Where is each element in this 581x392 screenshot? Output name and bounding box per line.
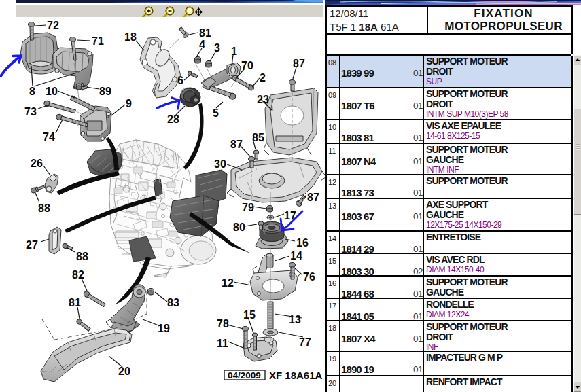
svg-text:2: 2 <box>260 72 266 84</box>
svg-text:85: 85 <box>252 132 264 143</box>
svg-text:XF 18A61A: XF 18A61A <box>269 370 323 381</box>
svg-text:18: 18 <box>124 31 137 43</box>
svg-text:87: 87 <box>307 192 319 203</box>
svg-text:82: 82 <box>72 269 84 281</box>
svg-text:5: 5 <box>213 107 219 119</box>
svg-text:88: 88 <box>76 251 88 262</box>
svg-text:83: 83 <box>167 297 179 308</box>
svg-text:13: 13 <box>289 314 301 325</box>
svg-text:80: 80 <box>233 221 245 233</box>
svg-text:28: 28 <box>167 113 179 125</box>
svg-text:19: 19 <box>158 323 170 334</box>
svg-text:76: 76 <box>303 271 315 283</box>
svg-text:3: 3 <box>214 42 220 54</box>
svg-text:1: 1 <box>231 46 237 57</box>
svg-text:04/2009: 04/2009 <box>228 370 261 380</box>
svg-text:87: 87 <box>230 139 243 150</box>
svg-text:81: 81 <box>69 297 81 308</box>
svg-text:72: 72 <box>47 20 59 31</box>
svg-text:73: 73 <box>24 106 37 118</box>
svg-text:4: 4 <box>199 39 205 50</box>
svg-text:81: 81 <box>199 27 211 39</box>
svg-text:6: 6 <box>177 75 183 86</box>
svg-text:70: 70 <box>241 60 253 71</box>
svg-text:12: 12 <box>222 277 234 289</box>
svg-text:30: 30 <box>214 158 226 170</box>
svg-text:10: 10 <box>46 86 58 97</box>
svg-text:9: 9 <box>126 98 132 109</box>
svg-text:11: 11 <box>217 338 228 349</box>
svg-text:77: 77 <box>299 336 311 348</box>
svg-text:27: 27 <box>26 239 38 251</box>
svg-text:78: 78 <box>217 318 229 329</box>
svg-text:87: 87 <box>293 58 305 69</box>
svg-text:88: 88 <box>38 202 50 214</box>
svg-text:74: 74 <box>43 131 55 143</box>
svg-text:8: 8 <box>29 86 35 97</box>
svg-text:16: 16 <box>296 237 309 249</box>
svg-text:79: 79 <box>242 202 254 213</box>
svg-text:71: 71 <box>92 35 104 47</box>
svg-text:14: 14 <box>290 250 302 262</box>
svg-text:15: 15 <box>243 309 256 321</box>
svg-text:23: 23 <box>257 94 269 105</box>
svg-text:26: 26 <box>31 158 43 169</box>
svg-text:20: 20 <box>118 366 130 377</box>
svg-text:89: 89 <box>99 86 111 97</box>
